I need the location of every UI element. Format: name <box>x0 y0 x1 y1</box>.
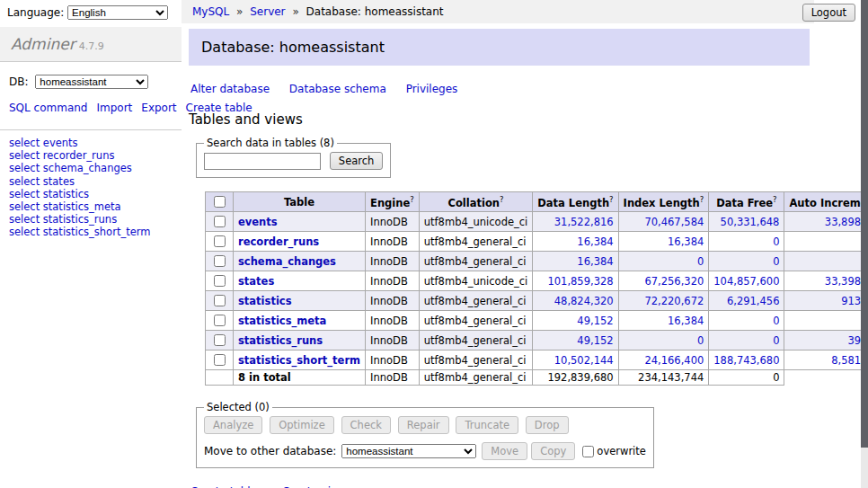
sidebar-link-sql-command[interactable]: SQL command <box>9 102 87 114</box>
database-schema-link[interactable]: Database schema <box>289 83 386 95</box>
row-checkbox[interactable] <box>214 255 226 267</box>
breadcrumb-separator: » <box>236 5 243 18</box>
sidebar-item-select-statistics[interactable]: select statistics <box>9 189 173 200</box>
scrollbar-thumb[interactable] <box>861 0 868 448</box>
data-free-link[interactable]: 0 <box>773 315 779 327</box>
engine-cell: InnoDB <box>366 232 420 252</box>
data-length-link[interactable]: 49,152 <box>577 334 613 347</box>
data-length-link[interactable]: 16,384 <box>577 255 613 268</box>
truncate-button[interactable]: Truncate <box>456 416 518 434</box>
index-length-link[interactable]: 16,384 <box>668 235 704 248</box>
row-checkbox[interactable] <box>214 295 226 306</box>
total-label: 8 in total <box>234 370 366 386</box>
privileges-link[interactable]: Privileges <box>406 83 458 95</box>
language-select[interactable]: English <box>67 5 168 20</box>
sidebar-item-select-statistics-short-term[interactable]: select statistics_short_term <box>9 226 173 238</box>
breadcrumb-server-link[interactable]: Server <box>250 5 285 18</box>
index-length-link[interactable]: 24,166,400 <box>644 354 704 367</box>
row-checkbox[interactable] <box>214 315 226 326</box>
analyze-button[interactable]: Analyze <box>204 416 262 434</box>
table-name-link[interactable]: schema_changes <box>238 255 336 268</box>
data-free-link[interactable]: 0 <box>773 235 779 248</box>
search-input[interactable] <box>204 153 321 170</box>
total-engine: InnoDB <box>366 370 420 386</box>
overwrite-checkbox[interactable] <box>582 446 594 457</box>
breadcrumb-mysql-link[interactable]: MySQL <box>192 5 229 18</box>
collation-cell: utf8mb4_general_ci <box>419 350 533 370</box>
sidebar-item-select-events[interactable]: select events <box>9 138 173 149</box>
alter-database-link[interactable]: Alter database <box>190 83 270 95</box>
index-length-link[interactable]: 67,256,320 <box>644 275 704 288</box>
sidebar-link-export[interactable]: Export <box>141 102 176 114</box>
index-length-link[interactable]: 16,384 <box>668 315 704 327</box>
table-name-link[interactable]: statistics <box>238 295 292 307</box>
breadcrumb: MySQL » Server » Database: homeassistant <box>182 0 814 23</box>
drop-button[interactable]: Drop <box>526 416 569 434</box>
move-database-select[interactable]: homeassistant <box>341 444 476 458</box>
app-name[interactable]: Adminer <box>11 35 75 53</box>
table-name-link[interactable]: statistics_short_term <box>238 354 360 367</box>
overwrite-label: overwrite <box>579 443 646 460</box>
table-row: statistics InnoDB utf8mb4_general_ci 48,… <box>206 291 868 311</box>
sidebar-item-select-statistics-runs[interactable]: select statistics_runs <box>9 214 173 226</box>
collation-cell: utf8mb4_general_ci <box>419 252 533 271</box>
data-free-link[interactable]: 0 <box>773 255 779 268</box>
table-row: statistics_runs InnoDB utf8mb4_general_c… <box>206 331 868 350</box>
row-checkbox[interactable] <box>214 354 226 366</box>
sidebar-item-select-statistics-meta[interactable]: select statistics_meta <box>9 201 173 213</box>
data-length-link[interactable]: 16,384 <box>577 235 613 248</box>
search-button[interactable]: Search <box>330 152 384 170</box>
sidebar-link-import[interactable]: Import <box>96 102 132 114</box>
data-length-link[interactable]: 49,152 <box>577 315 613 327</box>
engine-cell: InnoDB <box>366 291 420 311</box>
vertical-scrollbar[interactable] <box>861 0 868 488</box>
row-checkbox[interactable] <box>214 334 226 346</box>
sidebar-item-select-states[interactable]: select states <box>9 176 173 188</box>
collation-cell: utf8mb4_general_ci <box>419 311 533 331</box>
data-free-link[interactable]: 50,331,648 <box>721 216 780 228</box>
row-checkbox[interactable] <box>214 235 226 247</box>
engine-cell: InnoDB <box>366 350 420 370</box>
row-checkbox[interactable] <box>214 275 226 287</box>
data-length-link[interactable]: 101,859,328 <box>547 275 613 288</box>
check-button[interactable]: Check <box>341 416 391 434</box>
move-row: Move to other database: homeassistant Mo… <box>204 442 646 460</box>
db-select[interactable]: homeassistant <box>35 75 148 89</box>
copy-button[interactable]: Copy <box>531 442 575 460</box>
sidebar-item-select-schema-changes[interactable]: select schema_changes <box>9 163 173 174</box>
column-header-auto-increment[interactable]: Auto Increment? <box>784 192 868 212</box>
table-name-link[interactable]: states <box>238 275 274 288</box>
page-title: Database: homeassistant <box>189 29 810 66</box>
data-free-link[interactable]: 6,291,456 <box>727 295 780 307</box>
logout-button[interactable]: Logout <box>802 4 855 22</box>
data-length-link[interactable]: 31,522,816 <box>554 216 614 228</box>
table-name-link[interactable]: statistics_runs <box>238 334 323 347</box>
select-all-checkbox[interactable] <box>214 196 226 208</box>
index-length-link[interactable]: 70,467,584 <box>644 216 704 228</box>
data-length-link[interactable]: 10,502,144 <box>554 354 614 367</box>
data-free-link[interactable]: 188,743,680 <box>713 354 779 367</box>
table-name-link[interactable]: events <box>238 216 278 228</box>
data-free-link[interactable]: 0 <box>773 334 779 347</box>
table-name-link[interactable]: recorder_runs <box>238 235 319 248</box>
table-name-link[interactable]: statistics_meta <box>238 315 326 327</box>
column-header-data-free[interactable]: Data Free? <box>709 192 784 212</box>
repair-button[interactable]: Repair <box>398 416 449 434</box>
column-header-index-length[interactable]: Index Length? <box>618 192 709 212</box>
data-free-link[interactable]: 104,857,600 <box>713 275 779 288</box>
move-button[interactable]: Move <box>482 442 527 460</box>
column-header-engine[interactable]: Engine? <box>366 192 420 212</box>
sidebar-item-select-recorder-runs[interactable]: select recorder_runs <box>9 150 173 162</box>
data-length-link[interactable]: 48,824,320 <box>554 295 614 307</box>
index-length-link[interactable]: 0 <box>697 255 704 268</box>
sidebar-divider <box>0 129 182 130</box>
index-length-link[interactable]: 0 <box>697 334 704 347</box>
tables-section-title: Tables and views <box>189 111 814 128</box>
search-fieldset: Search data in tables (8) Search <box>196 137 391 178</box>
index-length-link[interactable]: 72,220,672 <box>644 295 704 307</box>
table-row: states InnoDB utf8mb4_unicode_ci 101,859… <box>206 271 868 291</box>
column-header-collation[interactable]: Collation? <box>419 192 533 212</box>
column-header-data-length[interactable]: Data Length? <box>533 192 618 212</box>
optimize-button[interactable]: Optimize <box>270 416 334 434</box>
row-checkbox[interactable] <box>214 216 226 227</box>
